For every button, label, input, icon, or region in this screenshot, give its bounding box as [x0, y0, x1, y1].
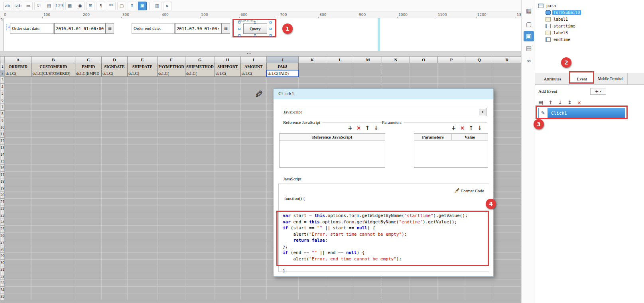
cell-B5[interactable]: [32, 90, 75, 97]
cell-A4[interactable]: [5, 84, 32, 90]
cell-H29[interactable]: [215, 253, 240, 260]
cell-R17[interactable]: [493, 172, 521, 178]
cell-E7[interactable]: [128, 104, 158, 111]
cell-B31[interactable]: [32, 266, 75, 273]
cell-F24[interactable]: [157, 219, 185, 226]
cell-I21[interactable]: [240, 199, 266, 205]
cell-H32[interactable]: [215, 273, 240, 280]
row-header-13[interactable]: 13: [0, 145, 5, 151]
cell-F6[interactable]: [157, 97, 185, 104]
link-icon[interactable]: ∞: [524, 56, 534, 66]
column-header-N[interactable]: N: [382, 57, 410, 63]
cell-C35[interactable]: [75, 293, 102, 300]
cell-E25[interactable]: [128, 226, 158, 233]
end-date-label-widget[interactable]: Order end date:: [132, 23, 175, 34]
move-up-icon[interactable]: ↑: [365, 125, 370, 131]
cell-C31[interactable]: [75, 266, 102, 273]
cell-R2[interactable]: [493, 70, 521, 77]
cell-B2[interactable]: ds1.G(CUSTOMERID): [32, 70, 75, 77]
cell-H27[interactable]: [215, 239, 240, 246]
cell-H15[interactable]: [215, 158, 240, 165]
add-event-button[interactable]: + ▾: [590, 88, 606, 95]
column-header-A[interactable]: A: [5, 57, 32, 63]
cell-E27[interactable]: [128, 239, 158, 246]
cell-G28[interactable]: [185, 246, 215, 253]
cell-A5[interactable]: [5, 90, 32, 97]
sort-icon[interactable]: ↕: [567, 100, 572, 106]
cell-O35[interactable]: [410, 293, 437, 300]
cell-C4[interactable]: [75, 84, 102, 90]
cell-F15[interactable]: [157, 158, 185, 165]
cell-E14[interactable]: [128, 151, 158, 158]
cell-H31[interactable]: [215, 266, 240, 273]
row-header-14[interactable]: 14: [0, 151, 5, 158]
row-header-16[interactable]: 16: [0, 165, 5, 172]
cell-A16[interactable]: [5, 165, 32, 172]
cell-G10[interactable]: [185, 124, 215, 131]
cell-H30[interactable]: [215, 260, 240, 266]
event-type-select[interactable]: JavaScript ▾: [281, 108, 486, 116]
column-header-L[interactable]: L: [326, 57, 354, 63]
text-area-icon[interactable]: ¶: [97, 2, 105, 10]
cell-C21[interactable]: [75, 199, 102, 205]
cell-D12[interactable]: [102, 138, 128, 145]
row-header-22[interactable]: 22: [0, 205, 5, 212]
cell-D7[interactable]: [102, 104, 128, 111]
cell-F30[interactable]: [157, 260, 185, 266]
cell-C14[interactable]: [75, 151, 102, 158]
selection-handle[interactable]: [254, 22, 256, 23]
cell-R28[interactable]: [493, 246, 521, 253]
cell-I32[interactable]: [240, 273, 266, 280]
tab-attributes[interactable]: Attributes: [535, 73, 570, 84]
cell-A11[interactable]: [5, 131, 32, 138]
cell-I33[interactable]: [240, 280, 266, 287]
cell-E15[interactable]: [128, 158, 158, 165]
cell-E5[interactable]: [128, 90, 158, 97]
cell-G24[interactable]: [185, 219, 215, 226]
cell-B29[interactable]: [32, 253, 75, 260]
cell-Q34[interactable]: [465, 287, 493, 293]
cell-F31[interactable]: [157, 266, 185, 273]
cell-H7[interactable]: [215, 104, 240, 111]
cell-C12[interactable]: [75, 138, 102, 145]
selection-handle[interactable]: [270, 34, 272, 36]
cell-B6[interactable]: [32, 97, 75, 104]
cell-D17[interactable]: [102, 172, 128, 178]
cell-G1[interactable]: SHIPMETHOD: [185, 63, 215, 70]
cell-F9[interactable]: [157, 117, 185, 124]
cell-D29[interactable]: [102, 253, 128, 260]
cell-A17[interactable]: [5, 172, 32, 178]
cell-A30[interactable]: [5, 260, 32, 266]
cell-J33[interactable]: [266, 280, 298, 287]
row-header-20[interactable]: 20: [0, 192, 5, 199]
cell-D3[interactable]: [102, 77, 128, 84]
cell-H11[interactable]: [215, 131, 240, 138]
cell-B1[interactable]: CUSTOMERID: [32, 63, 75, 70]
cell-B16[interactable]: [32, 165, 75, 172]
body-layout-icon[interactable]: ▢: [524, 19, 534, 29]
cell-I13[interactable]: [240, 145, 266, 151]
cell-R34[interactable]: [493, 287, 521, 293]
cell-D5[interactable]: [102, 90, 128, 97]
cell-R20[interactable]: [493, 192, 521, 199]
cell-A27[interactable]: [5, 239, 32, 246]
cell-F21[interactable]: [157, 199, 185, 205]
cell-F18[interactable]: [157, 178, 185, 185]
row-header-25[interactable]: 25: [0, 226, 5, 233]
cell-K35[interactable]: [298, 293, 326, 300]
cell-F35[interactable]: [157, 293, 185, 300]
cell-R4[interactable]: [493, 84, 521, 90]
cell-C18[interactable]: [75, 178, 102, 185]
cell-D14[interactable]: [102, 151, 128, 158]
cell-F8[interactable]: [157, 111, 185, 117]
cell-A12[interactable]: [5, 138, 32, 145]
cell-P34[interactable]: [437, 287, 465, 293]
start-date-label-widget[interactable]: Order start date:: [10, 23, 54, 34]
cell-B15[interactable]: [32, 158, 75, 165]
cell-C8[interactable]: [75, 111, 102, 117]
delete-icon[interactable]: ×: [577, 100, 581, 106]
column-header-P[interactable]: P: [437, 57, 465, 63]
cell-G11[interactable]: [185, 131, 215, 138]
cell-C13[interactable]: [75, 145, 102, 151]
cell-N33[interactable]: [382, 280, 410, 287]
